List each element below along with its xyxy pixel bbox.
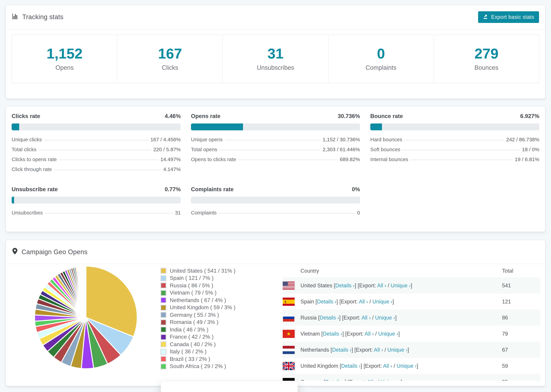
rate-progress-track: [370, 124, 539, 130]
rate-block: Complaints rate0%Complaints0: [191, 186, 360, 220]
rate-head: Opens rate30.736%: [191, 113, 360, 119]
export-all-link[interactable]: All ›: [374, 347, 383, 352]
dotted-leader: [238, 160, 337, 160]
detail-value: 18 / 0%: [522, 147, 539, 152]
legend-item: Russia ( 86 / 5% ): [161, 283, 235, 288]
export-unique-link[interactable]: Unique ›: [381, 379, 401, 381]
dashboard-page: Tracking stats Export basic stats 1,152O…: [0, 0, 551, 392]
stat-value: 31: [268, 46, 283, 61]
table-header-row: Country Total: [283, 264, 540, 277]
rate-detail-row: Total opens2,303 / 61.446%: [191, 147, 360, 152]
flag-ru-icon: [283, 314, 295, 322]
stat-label: Clicks: [162, 64, 178, 71]
legend-label: Russia ( 86 / 5% ): [170, 282, 213, 288]
export-all-link[interactable]: All ›: [361, 315, 371, 320]
total-cell: 541: [502, 282, 540, 288]
rate-detail-row: Unique opens1,152 / 30.736%: [191, 137, 360, 142]
legend-item: France ( 42 / 2% ): [161, 334, 235, 339]
pie-legend: United States ( 541 / 31% )Spain ( 121 /…: [161, 268, 235, 371]
legend-swatch: [161, 356, 166, 362]
table-row: Germany [Details ›] [Export: All › / Uni…: [283, 374, 540, 381]
export-all-link[interactable]: All ›: [359, 298, 368, 304]
dotted-leader: [411, 160, 513, 160]
table-row: Vietnam [Details ›] [Export: All › / Uni…: [283, 326, 540, 342]
detail-label: Soft bounces: [370, 147, 400, 152]
legend-label: Germany ( 55 / 3% ): [170, 312, 219, 318]
export-all-link[interactable]: All ›: [383, 363, 392, 369]
detail-value: 31: [175, 210, 181, 216]
dotted-leader: [54, 170, 161, 170]
detail-label: Opens to clicks rate: [191, 157, 236, 162]
stat-label: Bounces: [474, 64, 498, 71]
geo-opens-pie-chart: [33, 264, 139, 371]
rate-progress-track: [12, 124, 181, 130]
country-cell: Germany [Details ›] [Export: All › / Uni…: [300, 379, 502, 381]
dotted-leader: [219, 213, 355, 213]
table-row: Netherlands [Details ›] [Export: All › /…: [283, 342, 540, 358]
rate-block: Unsubscribe rate0.77%Unsubscribes31: [12, 186, 181, 220]
stat-value: 167: [158, 46, 182, 61]
export-unique-link[interactable]: Unique ›: [375, 315, 395, 320]
detail-label: Clicks to opens rate: [12, 157, 57, 162]
details-link[interactable]: Details ›: [335, 282, 355, 288]
export-all-link[interactable]: All ›: [365, 331, 374, 336]
rates-grid: Clicks rate4.46%Unique clicks167 / 4.456…: [6, 106, 545, 220]
summary-stat-box: 0Complaints: [328, 35, 434, 83]
country-cell: Spain [Details ›] [Export: All › / Uniqu…: [300, 298, 502, 305]
detail-label: Total opens: [191, 147, 217, 152]
dotted-leader: [405, 140, 504, 140]
legend-label: South Africa ( 29 / 2% ): [170, 363, 226, 369]
legend-label: United States ( 541 / 31% ): [170, 268, 235, 274]
stat-label: Unsubscribes: [257, 64, 294, 71]
flag-es-icon: [283, 297, 295, 306]
dotted-leader: [59, 160, 158, 160]
legend-item: Netherlands ( 67 / 4% ): [161, 298, 235, 303]
rate-detail-row: Complaints0: [191, 210, 360, 216]
legend-label: France ( 42 / 2% ): [170, 334, 213, 340]
export-unique-link[interactable]: Unique ›: [378, 331, 398, 336]
summary-stats-row: 1,152Opens167Clicks31Unsubscribes0Compla…: [12, 35, 539, 83]
rates-card: Clicks rate4.46%Unique clicks167 / 4.456…: [6, 106, 545, 232]
flag-gb-icon: [283, 362, 295, 370]
legend-label: Netherlands ( 67 / 4% ): [170, 297, 226, 303]
export-unique-link[interactable]: Unique ›: [391, 282, 411, 288]
rate-progress-fill: [191, 124, 243, 130]
rate-value: 0.77%: [165, 186, 181, 193]
export-unique-link[interactable]: Unique ›: [387, 347, 407, 352]
legend-swatch: [161, 327, 166, 332]
export-unique-link[interactable]: Unique ›: [372, 298, 392, 304]
details-link[interactable]: Details ›: [317, 298, 337, 304]
bar-chart-icon: [12, 13, 19, 21]
export-all-link[interactable]: All ›: [377, 282, 386, 288]
details-link[interactable]: Details ›: [341, 363, 361, 369]
export-all-link[interactable]: All ›: [367, 379, 376, 381]
export-unique-link[interactable]: Unique ›: [397, 363, 417, 369]
total-cell: 59: [502, 363, 540, 369]
campaign-geo-opens-card: Campaign Geo Opens United States ( 541 /…: [6, 240, 545, 386]
rate-title: Complaints rate: [191, 186, 233, 193]
summary-stat-box: 31Unsubscribes: [223, 35, 328, 83]
rate-progress-track: [12, 197, 181, 203]
legend-label: Romania ( 49 / 3% ): [170, 319, 219, 325]
total-cell: 121: [502, 298, 540, 305]
legend-label: Spain ( 121 / 7% ): [170, 275, 213, 281]
rate-detail-row: Unsubscribes31: [12, 210, 181, 216]
legend-label: Canada ( 40 / 2% ): [170, 341, 216, 347]
details-link[interactable]: Details ›: [325, 379, 345, 381]
legend-item: Germany ( 55 / 3% ): [161, 312, 235, 317]
geo-title-wrap: Campaign Geo Opens: [12, 248, 87, 256]
legend-item: South Africa ( 29 / 2% ): [161, 364, 235, 369]
legend-label: United Kingdom ( 59 / 3% ): [170, 304, 235, 311]
rate-head: Complaints rate0%: [191, 186, 360, 193]
details-link[interactable]: Details ›: [323, 331, 342, 336]
geo-body: United States ( 541 / 31% )Spain ( 121 /…: [6, 264, 545, 386]
dotted-leader: [219, 150, 320, 150]
export-basic-stats-button[interactable]: Export basic stats: [478, 11, 539, 23]
details-link[interactable]: Details ›: [332, 347, 352, 352]
column-header-total: Total: [502, 268, 540, 274]
rate-detail-row: Opens to clicks rate689.82%: [191, 157, 360, 162]
details-link[interactable]: Details ›: [320, 315, 339, 320]
rate-detail-row: Unique clicks167 / 4.456%: [12, 137, 181, 142]
pie-slice-other: [86, 266, 86, 317]
legend-swatch: [161, 275, 166, 281]
